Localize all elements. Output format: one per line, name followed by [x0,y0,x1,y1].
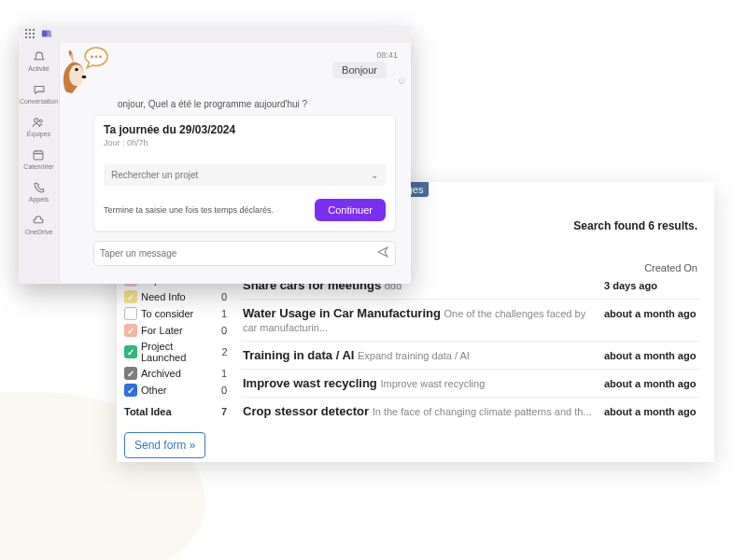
filter-row[interactable]: ✓Archived1 [124,365,232,382]
filter-row[interactable]: ✓For Later0 [124,322,232,339]
idea-row[interactable]: Water Usage in Car Manufacturing One of … [241,300,699,342]
total-count: 7 [217,406,232,417]
search-result-count: Search found 6 results. [573,219,698,232]
idea-title: Crop stessor detector [243,404,373,418]
created-on-header: Created On [644,262,698,273]
svg-rect-11 [48,33,51,36]
svg-rect-8 [33,36,35,38]
total-label: Total Idea [124,406,172,417]
svg-rect-7 [29,36,31,38]
continue-button[interactable]: Continuer [315,199,386,221]
filter-label: To consider [141,308,193,319]
idea-row[interactable]: Crop stessor detector In the face of cha… [241,398,699,425]
filter-label: Project Launched [141,341,214,363]
project-select[interactable]: Rechercher un projet ⌄ [104,164,386,186]
idea-desc: Expand training data / AI [358,350,470,361]
idea-date: 3 days ago [604,280,698,291]
svg-point-16 [75,68,78,72]
titlebar [19,26,411,43]
filter-row[interactable]: ✓Other0 [124,382,232,399]
teams-logo-icon [41,28,52,42]
rail: Activité Conversation Équipes Calendrier… [19,43,60,284]
bot-greeting: onjour, Quel a été le programme aujourd'… [118,99,402,109]
svg-rect-5 [33,33,35,35]
day-card: Ta journée du 29/03/2024 Jour : 0h/7h Re… [93,115,396,231]
idea-title: Training in data / AI [243,348,358,362]
rail-teams[interactable]: Équipes [27,116,50,137]
svg-rect-4 [29,33,31,35]
message-composer[interactable] [93,241,396,266]
filter-checkbox[interactable]: ✓ [124,384,137,397]
send-form-button[interactable]: Send form » [124,432,205,458]
idea-date: about a month ago [604,406,698,417]
filter-count: 0 [217,325,232,336]
filter-label: Other [141,385,167,396]
idea-row[interactable]: Improve wast recycling Improve wast recy… [241,370,699,398]
filter-label: Need Info [141,291,186,302]
idea-date: about a month ago [604,378,698,389]
svg-rect-0 [25,29,27,31]
chat-area: 08:41 Bonjour ☺ onjour, Quel a été le pr… [60,47,411,284]
svg-point-19 [95,55,98,58]
svg-rect-9 [42,30,48,36]
svg-rect-2 [33,29,35,31]
svg-point-20 [99,55,102,58]
rail-calls[interactable]: Appels [29,181,49,203]
idea-title: Water Usage in Car Manufacturing [243,306,444,320]
idea-list: Share cars for meetings ddd3 days agoWat… [241,272,699,458]
card-subtitle: Jour : 0h/7h [104,138,386,147]
card-hint: Termine ta saisie une fois tes temps déc… [104,205,303,215]
idea-desc: Improve wast recycling [380,378,485,389]
project-select-placeholder: Rechercher un projet [111,170,198,180]
filter-count: 0 [217,291,232,302]
svg-point-13 [40,119,43,122]
filter-row[interactable]: ✓Project Launched2 [124,339,232,365]
rail-calendar[interactable]: Calendrier [23,148,53,170]
rail-chat[interactable]: Conversation [20,83,58,105]
filter-checkbox[interactable]: ✓ [124,324,137,337]
filter-count: 2 [218,346,232,357]
rail-activity[interactable]: Activité [28,50,49,72]
filter-count: 1 [217,308,232,319]
send-icon[interactable] [376,245,389,261]
waffle-icon[interactable] [24,28,35,42]
filter-row[interactable]: ✓Need Info0 [124,288,232,305]
filter-sidebar: Unprocessed3✓Need Info0To consider1✓For … [124,272,232,458]
svg-rect-6 [25,36,27,38]
message-timestamp: 08:41 [376,50,398,60]
rail-onedrive[interactable]: OneDrive [25,214,53,235]
idea-date: about a month ago [604,350,698,361]
idea-row[interactable]: Training in data / AI Expand training da… [241,342,699,370]
filter-count: 0 [217,385,232,396]
filter-checkbox[interactable]: ✓ [124,290,137,303]
smiley-reaction-icon[interactable]: ☺ [397,75,407,86]
svg-point-17 [82,76,87,78]
filter-count: 1 [217,368,232,379]
filter-checkbox[interactable]: ✓ [124,367,137,380]
svg-rect-3 [25,33,27,35]
filter-checkbox[interactable] [124,307,137,320]
idea-desc: In the face of changing climate patterns… [373,406,592,417]
svg-point-12 [35,119,38,122]
message-input[interactable] [100,248,376,259]
filter-label: Archived [141,368,181,379]
user-message-bubble: Bonjour [332,62,387,78]
chevron-down-icon: ⌄ [371,170,378,180]
filter-row[interactable]: To consider1 [124,305,232,322]
svg-point-18 [91,55,93,58]
svg-rect-1 [29,29,31,31]
teams-window: Activité Conversation Équipes Calendrier… [19,26,411,284]
filter-checkbox[interactable]: ✓ [124,345,137,358]
idea-date: about a month ago [604,308,698,319]
svg-rect-14 [35,151,44,160]
idea-title: Improve wast recycling [243,376,380,390]
filter-label: For Later [141,325,183,336]
card-title: Ta journée du 29/03/2024 [104,123,386,136]
